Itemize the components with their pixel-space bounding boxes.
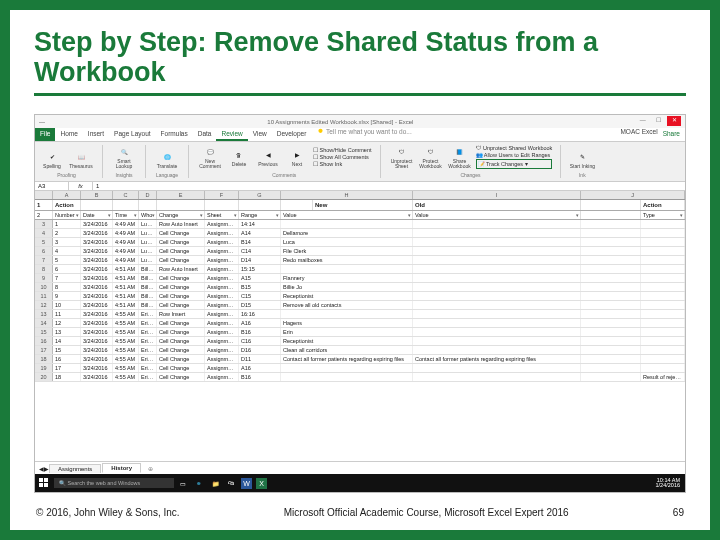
new-comment-button[interactable]: 💬New Comment bbox=[197, 145, 223, 169]
tab-data[interactable]: Data bbox=[193, 128, 217, 141]
svg-rect-1 bbox=[44, 478, 48, 482]
previous-comment-button[interactable]: ◀Previous bbox=[255, 148, 281, 167]
svg-rect-2 bbox=[39, 483, 43, 487]
table-row[interactable]: 13113/24/20164:55 AMErin HagensRow Inser… bbox=[35, 310, 685, 319]
sheet-tab-history[interactable]: History bbox=[102, 463, 141, 473]
group-label-insights: Insights bbox=[115, 172, 132, 178]
tab-view[interactable]: View bbox=[248, 128, 272, 141]
start-inking-button[interactable]: ✎Start Inking bbox=[569, 150, 595, 169]
tab-review[interactable]: Review bbox=[216, 128, 247, 141]
table-row[interactable]: 643/24/20164:49 AMLuca DellamoreCell Cha… bbox=[35, 247, 685, 256]
taskbar-search[interactable]: 🔍 Search the web and Windows bbox=[54, 478, 174, 488]
tab-home[interactable]: Home bbox=[55, 128, 82, 141]
header-row-2[interactable]: 2 Number Date Time Who Change Sheet Rang… bbox=[35, 211, 685, 220]
group-label-ink: Ink bbox=[579, 172, 586, 178]
table-row[interactable]: 20183/24/20164:55 AMErin HagensCell Chan… bbox=[35, 373, 685, 382]
group-insights: 🔍Smart Lookup Insights bbox=[111, 145, 137, 178]
explorer-icon[interactable]: 📁 bbox=[209, 477, 221, 489]
group-ink: ✎Start Inking Ink bbox=[569, 150, 595, 178]
table-row[interactable]: 1193/24/20164:51 AMBillie Jo FlanneryCel… bbox=[35, 292, 685, 301]
table-row[interactable]: 15133/24/20164:55 AMErin HagensCell Chan… bbox=[35, 328, 685, 337]
excel-screenshot: ⋯ 10 Assignments Edited Workbook.xlsx [S… bbox=[34, 114, 686, 493]
group-comments: 💬New Comment 🗑Delete ◀Previous ▶Next ☐ S… bbox=[197, 145, 372, 178]
show-ink-link[interactable]: ☐ Show Ink bbox=[313, 161, 372, 167]
thesaurus-button[interactable]: 📖Thesaurus bbox=[68, 150, 94, 169]
table-row[interactable]: 973/24/20164:51 AMBillie Jo FlanneryCell… bbox=[35, 274, 685, 283]
ribbon-review: ✔Spelling 📖Thesaurus Proofing 🔍Smart Loo… bbox=[35, 142, 685, 182]
windows-taskbar: 🔍 Search the web and Windows ▭ e 📁 🛍 W X… bbox=[35, 474, 685, 492]
taskbar-clock[interactable]: 10:14 AM1/24/2016 bbox=[656, 478, 683, 489]
table-row[interactable]: 14123/24/20164:55 AMErin HagensCell Chan… bbox=[35, 319, 685, 328]
sheet-tab-strip: ◀ ▶ Assignments History ⊕ bbox=[35, 461, 685, 474]
table-row[interactable]: 12103/24/20164:51 AMBillie Jo FlanneryCe… bbox=[35, 301, 685, 310]
table-row[interactable]: 16143/24/20164:55 AMErin HagensCell Chan… bbox=[35, 337, 685, 346]
maximize-button[interactable]: ☐ bbox=[651, 116, 665, 126]
sheet-tab-assignments[interactable]: Assignments bbox=[49, 464, 101, 473]
unprotect-shared-workbook-link[interactable]: 🛡 Unprotect Shared Workbook bbox=[476, 145, 553, 151]
unprotect-sheet-button[interactable]: 🛡Unprotect Sheet bbox=[389, 145, 415, 169]
share-button[interactable]: Share bbox=[658, 128, 685, 141]
group-label-comments: Comments bbox=[272, 172, 296, 178]
spelling-button[interactable]: ✔Spelling bbox=[39, 150, 65, 169]
track-changes-button[interactable]: 📝 Track Changes ▾ bbox=[476, 159, 553, 169]
name-box[interactable]: A3 bbox=[35, 182, 69, 190]
tab-page-layout[interactable]: Page Layout bbox=[109, 128, 156, 141]
tab-insert[interactable]: Insert bbox=[83, 128, 109, 141]
table-row[interactable]: 1083/24/20164:51 AMBillie Jo FlanneryCel… bbox=[35, 283, 685, 292]
col-change: Change bbox=[157, 211, 205, 219]
data-rows[interactable]: 313/24/20164:49 AMLuca DellamoreRow Auto… bbox=[35, 220, 685, 382]
share-workbook-button[interactable]: 📘Share Workbook bbox=[447, 145, 473, 169]
signed-in-user[interactable]: MOAC Excel bbox=[620, 128, 657, 141]
copyright-text: © 2016, John Wiley & Sons, Inc. bbox=[36, 507, 180, 518]
table-row[interactable]: 18163/24/20164:55 AMErin HagensCell Chan… bbox=[35, 355, 685, 364]
table-row[interactable]: 533/24/20164:49 AMLuca DellamoreCell Cha… bbox=[35, 238, 685, 247]
col-number: Number bbox=[53, 211, 81, 219]
start-button[interactable] bbox=[37, 476, 51, 490]
task-view-icon[interactable]: ▭ bbox=[177, 477, 189, 489]
group-label-changes: Changes bbox=[460, 172, 480, 178]
store-icon[interactable]: 🛍 bbox=[225, 477, 237, 489]
svg-rect-3 bbox=[44, 483, 48, 487]
table-row[interactable]: 423/24/20164:49 AMLuca DellamoreCell Cha… bbox=[35, 229, 685, 238]
delete-comment-button[interactable]: 🗑Delete bbox=[226, 148, 252, 167]
course-text: Microsoft Official Academic Course, Micr… bbox=[284, 507, 569, 518]
allow-edit-ranges-link[interactable]: 👥 Allow Users to Edit Ranges bbox=[476, 152, 553, 158]
col-type: Type bbox=[641, 211, 685, 219]
tab-developer[interactable]: Developer bbox=[272, 128, 312, 141]
next-comment-button[interactable]: ▶Next bbox=[284, 148, 310, 167]
table-row[interactable]: 19173/24/20164:55 AMErin HagensCell Chan… bbox=[35, 364, 685, 373]
word-icon[interactable]: W bbox=[241, 478, 252, 489]
fx-icon[interactable]: fx bbox=[69, 182, 93, 190]
group-changes: 🛡Unprotect Sheet 🛡Protect Workbook 📘Shar… bbox=[389, 145, 553, 178]
column-headers[interactable]: ABCDEFGHIJ bbox=[35, 191, 685, 200]
header-row-1: 1ActionNewOldAction bbox=[35, 200, 685, 211]
tab-file[interactable]: File bbox=[35, 128, 55, 141]
col-new-value: Value bbox=[281, 211, 413, 219]
table-row[interactable]: 17153/24/20164:55 AMErin HagensCell Chan… bbox=[35, 346, 685, 355]
formula-bar: A3 fx 1 bbox=[35, 182, 685, 191]
table-row[interactable]: 313/24/20164:49 AMLuca DellamoreRow Auto… bbox=[35, 220, 685, 229]
col-range: Range bbox=[239, 211, 281, 219]
tell-me-input[interactable]: Tell me what you want to do... bbox=[317, 128, 620, 141]
title-divider bbox=[34, 93, 686, 96]
edge-icon[interactable]: e bbox=[193, 477, 205, 489]
excel-icon[interactable]: X bbox=[256, 478, 267, 489]
minimize-button[interactable]: — bbox=[636, 117, 650, 127]
table-row[interactable]: 753/24/20164:49 AMLuca DellamoreCell Cha… bbox=[35, 256, 685, 265]
ribbon-tabs: File Home Insert Page Layout Formulas Da… bbox=[35, 128, 685, 142]
slide-footer: © 2016, John Wiley & Sons, Inc. Microsof… bbox=[34, 493, 686, 520]
close-button[interactable]: ✕ bbox=[667, 116, 681, 126]
smart-lookup-button[interactable]: 🔍Smart Lookup bbox=[111, 145, 137, 169]
worksheet-grid[interactable]: ABCDEFGHIJ 1ActionNewOldAction 2 Number … bbox=[35, 191, 685, 461]
new-sheet-button[interactable]: ⊕ bbox=[142, 465, 159, 472]
window-titlebar: ⋯ 10 Assignments Edited Workbook.xlsx [S… bbox=[35, 115, 685, 128]
group-language: 🌐Translate Language bbox=[154, 150, 180, 178]
show-hide-comment-link[interactable]: ☐ Show/Hide Comment bbox=[313, 147, 372, 153]
formula-input[interactable]: 1 bbox=[93, 182, 685, 190]
translate-button[interactable]: 🌐Translate bbox=[154, 150, 180, 169]
tab-formulas[interactable]: Formulas bbox=[156, 128, 193, 141]
col-date: Date bbox=[81, 211, 113, 219]
table-row[interactable]: 863/24/20164:51 AMBillie Jo FlanneryRow … bbox=[35, 265, 685, 274]
protect-workbook-button[interactable]: 🛡Protect Workbook bbox=[418, 145, 444, 169]
show-all-comments-link[interactable]: ☐ Show All Comments bbox=[313, 154, 372, 160]
